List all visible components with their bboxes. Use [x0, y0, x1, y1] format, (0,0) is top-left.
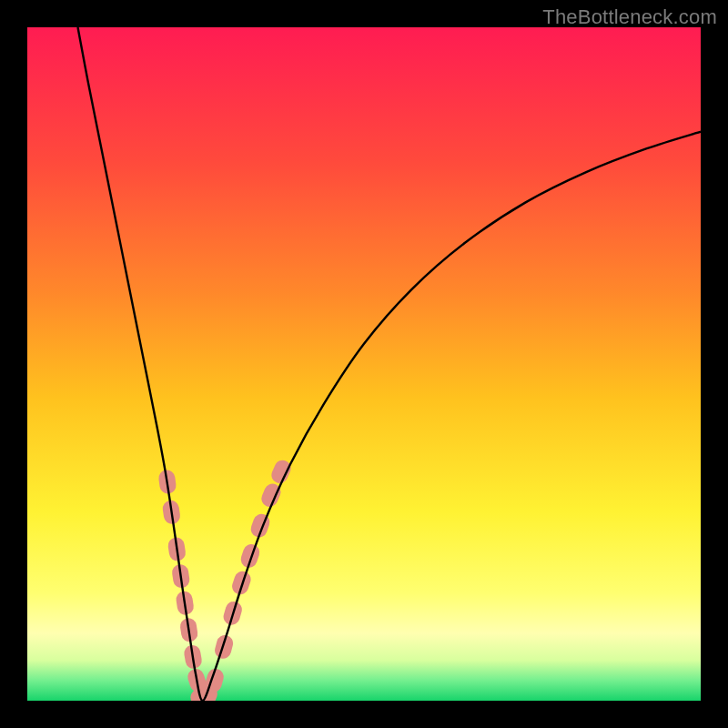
gradient-background: [27, 27, 701, 701]
plot-area: [27, 27, 701, 701]
outer-frame: TheBottleneck.com: [0, 0, 728, 728]
chart-svg: [27, 27, 701, 701]
watermark-text: TheBottleneck.com: [542, 5, 717, 29]
